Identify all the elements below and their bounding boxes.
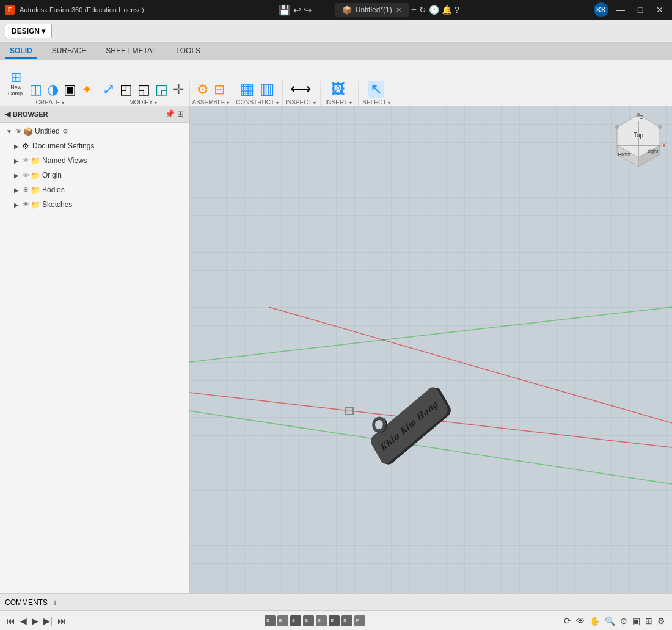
document-tab[interactable]: 📦 Untitled*(1) ✕ [335,3,409,17]
timeline-item-1[interactable]: S [265,615,276,626]
first-frame-button[interactable]: ⏮ [5,615,17,627]
vis-named-views[interactable]: 👁 [21,156,31,165]
viewcube-svg[interactable]: Top Front Right Z X [611,112,666,167]
press-pull-icon: ⤢ [103,82,115,96]
history-button[interactable]: 🕐 [429,5,439,15]
timeline-item-3[interactable]: S [290,615,301,626]
timeline-item-6[interactable]: E [329,615,340,626]
last-frame-button[interactable]: ⏭ [56,615,68,627]
bottom-center-tools: S E S E S E S F [265,615,365,626]
inspect-label: INSPECT ▾ [285,99,316,106]
arrow-origin[interactable]: ▶ [12,171,21,179]
shell-btn[interactable]: ◲ [153,82,170,98]
undo-button[interactable]: ↩ [293,4,301,16]
vis-sketches[interactable]: 👁 [21,200,31,209]
close-button[interactable]: ✕ [652,2,667,17]
timeline-item-4[interactable]: E [303,615,314,626]
arrow-doc-settings[interactable]: ▶ [12,142,21,150]
tree-item-origin[interactable]: ▶ 👁 📁 Origin [0,168,189,183]
select-btn[interactable]: ↖ [368,81,384,98]
arrow-bodies[interactable]: ▶ [12,186,21,194]
save-button[interactable]: 💾 [279,4,291,16]
sweep-btn[interactable]: ▣ [62,82,78,98]
tree-item-bodies[interactable]: ▶ 👁 📁 Bodies [0,183,189,197]
loft-icon: ✦ [81,83,92,96]
tree-item-doc-settings[interactable]: ▶ ⚙ Document Settings [0,139,189,153]
notifications-button[interactable]: 🔔 [442,5,452,15]
tree-item-sketches[interactable]: ▶ 👁 📁 Sketches [0,197,189,212]
press-pull-btn[interactable]: ⤢ [101,81,117,98]
tab-tools[interactable]: TOOLS [171,44,205,59]
tab-sheetmetal[interactable]: SHEET METAL [101,44,161,59]
vis-untitled[interactable]: 👁 [13,126,23,136]
design-workspace-button[interactable]: DESIGN ▾ [5,24,52,38]
fillet-btn[interactable]: ◰ [118,82,134,98]
user-avatar[interactable]: KK [594,2,608,17]
create-label: CREATE ▾ [35,99,64,106]
add-comment-button[interactable]: + [53,598,57,607]
browser-pin-button[interactable]: 📌 [165,109,175,118]
orbit-button[interactable]: ⟳ [562,615,573,627]
extrude-btn[interactable]: ◫ [27,82,44,98]
joint-btn[interactable]: ⚙ [195,82,211,98]
asbuilt-btn[interactable]: ⊟ [212,82,227,98]
viewport[interactable]: Top Front Right Z X Khiu Kim [189,106,672,593]
chamfer-btn[interactable]: ◱ [136,82,152,98]
svg-point-16 [615,125,619,129]
revolve-btn[interactable]: ◑ [45,82,60,98]
timeline-item-2[interactable]: E [277,615,288,626]
titlebar-left: F Autodesk Fusion 360 (Education License… [0,5,144,15]
settings-button[interactable]: ⚙ [656,615,667,627]
tree-item-untitled[interactable]: ▼ 👁 📦 Untitled ⚙ [0,124,189,139]
settings-icon-untitled[interactable]: ⚙ [62,128,68,136]
ribbon-group-modify: ⤢ ◰ ◱ ◲ ✛ MODIFY ▾ [100,81,190,106]
arrow-untitled[interactable]: ▼ [5,127,13,136]
new-component-btn[interactable]: ⊞ NewComp. [6,70,26,98]
viewcube[interactable]: Top Front Right Z X [611,112,666,167]
pan-button[interactable]: ✋ [588,615,602,627]
browser-title: ◀ BROWSER [5,110,48,118]
look-at-button[interactable]: 👁 [574,615,586,627]
chamfer-icon: ◱ [137,83,150,96]
display-button[interactable]: ▣ [630,615,642,627]
move-btn[interactable]: ✛ [171,82,186,98]
icon-origin: 📁 [31,170,40,180]
vis-origin[interactable]: 👁 [21,170,31,180]
tab-surface[interactable]: SURFACE [47,44,92,59]
insert-icon: 🖼 [331,82,346,96]
ribbon-group-create: ⊞ NewComp. ◫ ◑ ▣ ✦ CREATE ▾ [5,70,98,106]
new-tab-button[interactable]: + [411,4,417,15]
play-forward-button[interactable]: ▶ [30,615,40,627]
tab-close-btn[interactable]: ✕ [396,6,401,14]
offset-plane-btn[interactable]: ▦ [238,79,257,98]
help-button[interactable]: ? [455,5,459,15]
grid-button[interactable]: ⊞ [643,615,654,627]
minimize-button[interactable]: — [613,2,628,17]
prev-frame-button[interactable]: ◀ [18,615,29,627]
measure-btn[interactable]: ⟷ [288,81,313,98]
timeline-item-5[interactable]: S [316,615,327,626]
next-frame-button[interactable]: ▶| [42,615,54,627]
timeline-item-7[interactable]: S [341,615,352,626]
loft-btn[interactable]: ✦ [79,82,94,98]
insert-btn[interactable]: 🖼 [329,81,348,98]
design-label: DESIGN ▾ [12,27,45,35]
midplane-btn[interactable]: ▥ [258,79,277,98]
tab-solid[interactable]: SOLID [5,44,37,59]
maximize-button[interactable]: □ [633,2,648,17]
redo-button[interactable]: ↪ [304,4,312,16]
arrow-sketches[interactable]: ▶ [12,200,21,209]
browser-collapse-icon[interactable]: ◀ [5,110,10,118]
ribbon-group-inspect: ⟷ INSPECT ▾ [284,81,321,106]
browser-expand-button[interactable]: ⊞ [177,109,184,118]
tree-item-named-views[interactable]: ▶ 👁 📁 Named Views [0,153,189,168]
fit-button[interactable]: ⊙ [618,615,629,627]
ribbon-group-assemble: ⚙ ⊟ ASSEMBLE ▾ [191,82,234,106]
refresh-button[interactable]: ↻ [419,5,426,15]
vis-bodies[interactable]: 👁 [21,185,31,195]
toolbar-top: DESIGN ▾ [0,20,672,43]
insert-label: INSERT ▾ [326,99,352,106]
arrow-named-views[interactable]: ▶ [12,156,21,165]
timeline-item-8[interactable]: F [354,615,365,626]
zoom-button[interactable]: 🔍 [603,615,617,627]
